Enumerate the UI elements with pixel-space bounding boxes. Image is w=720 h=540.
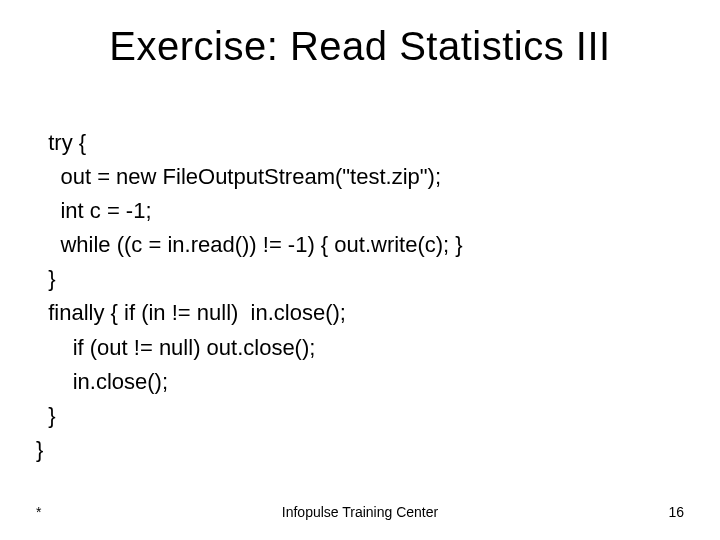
- slide-title: Exercise: Read Statistics III: [0, 24, 720, 69]
- code-line: }: [36, 437, 43, 462]
- footer-center: Infopulse Training Center: [0, 504, 720, 520]
- code-line: while ((c = in.read()) != -1) { out.writ…: [36, 232, 463, 257]
- code-line: int c = -1;: [36, 198, 152, 223]
- code-line: }: [36, 403, 56, 428]
- footer-page-number: 16: [668, 504, 684, 520]
- code-line: out = new FileOutputStream("test.zip");: [36, 164, 441, 189]
- code-line: finally { if (in != null) in.close();: [36, 300, 346, 325]
- code-line: try {: [36, 130, 86, 155]
- code-block: try { out = new FileOutputStream("test.z…: [36, 126, 684, 467]
- code-line: if (out != null) out.close();: [36, 335, 315, 360]
- code-line: in.close();: [36, 369, 168, 394]
- code-line: }: [36, 266, 56, 291]
- slide: Exercise: Read Statistics III try { out …: [0, 0, 720, 540]
